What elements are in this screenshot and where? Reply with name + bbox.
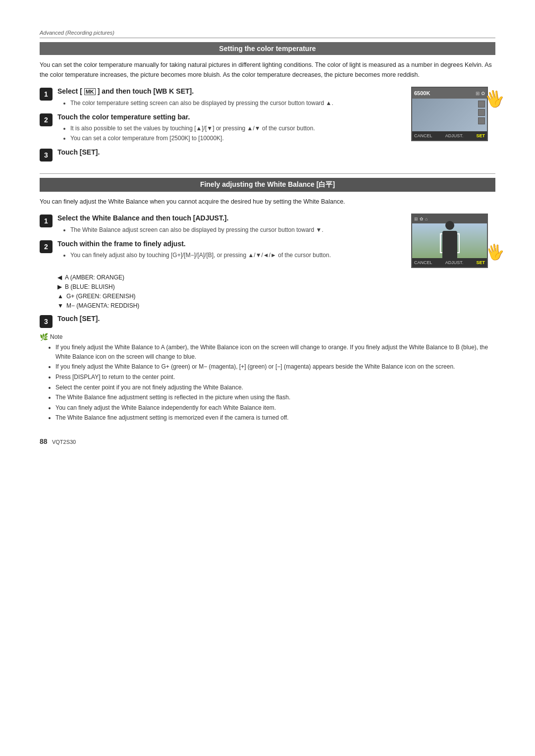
camera-bottom-cancel: CANCEL bbox=[414, 133, 432, 138]
page-code: VQT2S30 bbox=[52, 439, 76, 445]
note-header: 🌿 Note bbox=[40, 333, 495, 341]
arrow-right: ▶ bbox=[57, 282, 62, 291]
step1-sub: The color temperature setting screen can… bbox=[57, 99, 401, 108]
step3-content: Touch [SET]. bbox=[57, 148, 401, 160]
magenta-label: M− (MAGENTA: REDDISH) bbox=[66, 301, 139, 310]
section1-step1: 1 Select [ MK ] and then touch [WB K SET… bbox=[40, 87, 401, 108]
note-label: Note bbox=[50, 333, 62, 340]
camera-screen1-image-area bbox=[412, 99, 487, 131]
note-list: If you finely adjust the White Balance t… bbox=[40, 343, 495, 423]
cam-icon1 bbox=[478, 101, 485, 108]
s2-step3-main: Touch [SET]. bbox=[57, 314, 495, 324]
camera-bottom-set: SET bbox=[476, 133, 485, 138]
direction-amber: ◀ A (AMBER: ORANGE) bbox=[57, 273, 495, 282]
section1-steps-left: 1 Select [ MK ] and then touch [WB K SET… bbox=[40, 87, 401, 165]
arrow-down: ▼ bbox=[57, 301, 63, 310]
cam2-top-icon3: ⌂ bbox=[425, 216, 428, 221]
s2-step1-sub1: The White Balance adjust screen can also… bbox=[70, 225, 401, 234]
s2-step2-sub: You can finely adjust also by touching [… bbox=[57, 251, 401, 260]
direction-green: ▲ G+ (GREEN: GREENISH) bbox=[57, 292, 495, 301]
amber-label: A (AMBER: ORANGE) bbox=[65, 273, 124, 282]
s2-step2-sub1: You can finely adjust also by touching [… bbox=[70, 251, 401, 260]
note-section: 🌿 Note If you finely adjust the White Ba… bbox=[40, 333, 495, 423]
person-head bbox=[445, 221, 454, 230]
note-item-4: The White Balance fine adjustment settin… bbox=[55, 393, 495, 402]
section1-step3: 3 Touch [SET]. bbox=[40, 148, 401, 162]
section2-steps-with-image: 1 Select the White Balance and then touc… bbox=[40, 214, 495, 268]
section2-title: Finely adjusting the White Balance [白平] bbox=[40, 178, 495, 192]
section1-camera-mockup: 6500K ⊞ ✿ CANCEL ADJUST. SET bbox=[411, 87, 495, 141]
note-item-1: If you finely adjust the White Balance t… bbox=[55, 362, 495, 372]
step2-sub-item2: You can set a color temperature from [25… bbox=[70, 134, 401, 143]
note-item-0: If you finely adjust the White Balance t… bbox=[55, 343, 495, 361]
section-color-temperature: Setting the color temperature You can se… bbox=[40, 42, 495, 165]
arrow-up: ▲ bbox=[57, 292, 63, 301]
hand-touch-icon2: 🖐 bbox=[484, 242, 506, 262]
camera-temp: 6500K bbox=[414, 90, 430, 96]
cam2-bottom-set: SET bbox=[476, 260, 485, 265]
camera-right-icons bbox=[478, 101, 485, 124]
note-icon: 🌿 bbox=[40, 333, 48, 341]
s2-step1-sub: The White Balance adjust screen can also… bbox=[57, 225, 401, 234]
direction-list: ◀ A (AMBER: ORANGE) ▶ B (BLUE: BLUISH) ▲… bbox=[57, 273, 495, 310]
step1-number: 1 bbox=[40, 88, 53, 101]
s2-step3-number: 3 bbox=[40, 315, 53, 328]
direction-magenta: ▼ M− (MAGENTA: REDDISH) bbox=[57, 301, 495, 310]
blue-label: B (BLUE: BLUISH) bbox=[65, 282, 115, 291]
camera-screen1: 6500K ⊞ ✿ CANCEL ADJUST. SET bbox=[411, 87, 488, 141]
arrow-left: ◀ bbox=[57, 273, 62, 282]
section1-title: Setting the color temperature bbox=[40, 42, 495, 55]
section2-steps-left: 1 Select the White Balance and then touc… bbox=[40, 214, 401, 265]
section-divider bbox=[40, 173, 495, 174]
cam2-bottom-adjust: ADJUST. bbox=[445, 260, 464, 265]
s2-step1-number: 1 bbox=[40, 215, 53, 227]
page-footer: 88 VQT2S30 bbox=[40, 437, 495, 445]
cam-icon3 bbox=[478, 117, 485, 124]
cam2-bottom-cancel: CANCEL bbox=[414, 260, 432, 265]
section2-description: You can finely adjust the White Balance … bbox=[40, 197, 495, 207]
section2-step2: 2 Touch within the frame to finely adjus… bbox=[40, 239, 401, 261]
note-item-6: The White Balance fine adjustment settin… bbox=[55, 413, 495, 423]
cam2-top-icon1: ⊞ bbox=[414, 216, 418, 221]
note-item-3: Select the center point if you are not f… bbox=[55, 383, 495, 392]
page-header: Advanced (Recording pictures) bbox=[40, 30, 495, 38]
camera-screen2-bottom: CANCEL ADJUST. SET bbox=[412, 258, 487, 267]
camera-bottom-adjust: ADJUST. bbox=[445, 133, 464, 138]
step3-number: 3 bbox=[40, 149, 53, 162]
page-number: 88 bbox=[40, 437, 48, 445]
direction-blue: ▶ B (BLUE: BLUISH) bbox=[57, 282, 495, 291]
cam2-top-icon2: ✿ bbox=[420, 216, 424, 221]
step2-sub: It is also possible to set the values by… bbox=[57, 124, 401, 143]
camera-screen1-body bbox=[412, 99, 487, 131]
step3-main: Touch [SET]. bbox=[57, 148, 401, 158]
cam-icon2 bbox=[478, 109, 485, 116]
note-item-5: You can finely adjust the White Balance … bbox=[55, 403, 495, 413]
camera-screen1-top: 6500K ⊞ ✿ bbox=[412, 88, 487, 99]
camera-screen2: ⊞ ✿ ⌂ CANCEL ADJUST. SET bbox=[411, 214, 488, 268]
green-label: G+ (GREEN: GREENISH) bbox=[66, 292, 136, 301]
s2-step1-main: Select the White Balance and then touch … bbox=[57, 214, 401, 223]
s2-step2-number: 2 bbox=[40, 240, 53, 253]
note-item-2: Press [DISPLAY] to return to the center … bbox=[55, 373, 495, 382]
s2-step1-content: Select the White Balance and then touch … bbox=[57, 214, 401, 235]
section-white-balance: Finely adjusting the White Balance [白平] … bbox=[40, 178, 495, 423]
s2-step2-content: Touch within the frame to finely adjust.… bbox=[57, 239, 401, 261]
step1-sub-item1: The color temperature setting screen can… bbox=[70, 99, 401, 108]
step2-content: Touch the color temperature setting bar.… bbox=[57, 112, 401, 144]
step1-main: Select [ MK ] and then touch [WB K SET]. bbox=[57, 87, 401, 97]
s2-step3-content: Touch [SET]. bbox=[57, 314, 495, 326]
person-silhouette bbox=[442, 231, 457, 258]
section2-camera-mockup: ⊞ ✿ ⌂ CANCEL ADJUST. SET 🖐 bbox=[411, 214, 495, 268]
step2-main: Touch the color temperature setting bar. bbox=[57, 112, 401, 122]
step2-sub-item1: It is also possible to set the values by… bbox=[70, 124, 401, 133]
section1-steps-with-image: 1 Select [ MK ] and then touch [WB K SET… bbox=[40, 87, 495, 165]
section2-step1: 1 Select the White Balance and then touc… bbox=[40, 214, 401, 235]
camera-screen2-body bbox=[412, 223, 487, 258]
section1-description: You can set the color temperature manual… bbox=[40, 60, 495, 80]
step1-content: Select [ MK ] and then touch [WB K SET].… bbox=[57, 87, 401, 108]
section1-step2: 2 Touch the color temperature setting ba… bbox=[40, 112, 401, 144]
step2-number: 2 bbox=[40, 113, 53, 126]
section2-step3: 3 Touch [SET]. bbox=[40, 314, 495, 328]
camera-screen1-bottom: CANCEL ADJUST. SET bbox=[412, 131, 487, 140]
s2-step2-main: Touch within the frame to finely adjust. bbox=[57, 239, 401, 249]
